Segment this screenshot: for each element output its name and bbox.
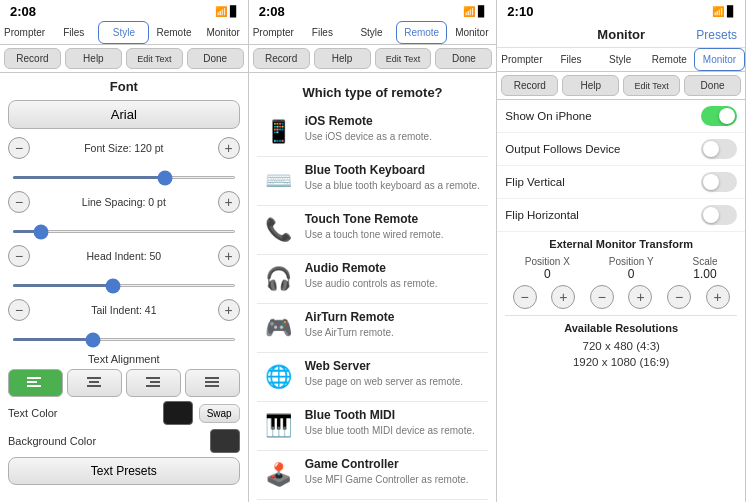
sub-tab-done-3[interactable]: Done: [684, 75, 741, 96]
bg-color-swatch[interactable]: [210, 429, 240, 453]
nav-tab-monitor-1[interactable]: Monitor: [199, 21, 248, 44]
sub-tab-record-1[interactable]: Record: [4, 48, 61, 69]
tail-indent-plus[interactable]: +: [218, 299, 240, 321]
nav-tab-style-1[interactable]: Style: [98, 21, 149, 44]
sub-tab-edittext-1[interactable]: Edit Text: [126, 48, 183, 69]
text-presets-button[interactable]: Text Presets: [8, 457, 240, 485]
sub-tab-edittext-2[interactable]: Edit Text: [375, 48, 432, 69]
list-item[interactable]: 📱 iOS Remote Use iOS device as a remote.: [257, 108, 489, 157]
battery-icon-1: ▊: [230, 6, 238, 17]
sub-tab-record-2[interactable]: Record: [253, 48, 310, 69]
bt-midi-desc: Use blue tooth MIDI device as remote.: [305, 424, 485, 437]
head-indent-slider[interactable]: [12, 284, 236, 287]
list-item[interactable]: 🎧 Audio Remote Use audio controls as rem…: [257, 255, 489, 304]
list-item[interactable]: 📞 Touch Tone Remote Use a touch tone wir…: [257, 206, 489, 255]
svg-rect-9: [205, 377, 219, 379]
font-size-label: Font Size: 120 pt: [34, 142, 214, 154]
bt-midi-icon: 🎹: [261, 408, 297, 444]
output-follows-toggle[interactable]: [701, 139, 737, 159]
nav-tab-style-3[interactable]: Style: [596, 48, 645, 71]
list-item[interactable]: 🌐 Web Server Use page on web server as r…: [257, 353, 489, 402]
svg-rect-8: [146, 385, 160, 387]
scale-plus-button[interactable]: +: [706, 285, 730, 309]
flip-vertical-label: Flip Vertical: [505, 176, 564, 188]
touch-tone-text: Touch Tone Remote Use a touch tone wired…: [305, 212, 485, 241]
ext-cols: Position X 0 Position Y 0 Scale 1.00: [505, 256, 737, 281]
font-size-slider[interactable]: [12, 176, 236, 179]
line-spacing-row: − Line Spacing: 0 pt +: [8, 191, 240, 213]
head-indent-slider-wrap: [8, 273, 240, 291]
nav-tab-remote-3[interactable]: Remote: [645, 48, 694, 71]
status-icons-3: 📶 ▊: [712, 6, 735, 17]
pos-x-minus-button[interactable]: −: [513, 285, 537, 309]
font-selector-button[interactable]: Arial: [8, 100, 240, 129]
pos-y-minus-button[interactable]: −: [590, 285, 614, 309]
line-spacing-minus[interactable]: −: [8, 191, 30, 213]
sub-tab-record-3[interactable]: Record: [501, 75, 558, 96]
nav-tab-files-1[interactable]: Files: [49, 21, 98, 44]
tail-indent-minus[interactable]: −: [8, 299, 30, 321]
game-controller-desc: Use MFI Game Controller as remote.: [305, 473, 485, 486]
show-on-iphone-toggle[interactable]: [701, 106, 737, 126]
line-spacing-slider[interactable]: [12, 230, 236, 233]
remote-panel: 2:08 📶 ▊ Prompter Files Style Remote Mon…: [249, 0, 498, 502]
line-spacing-plus[interactable]: +: [218, 191, 240, 213]
sub-tab-help-1[interactable]: Help: [65, 48, 122, 69]
sub-tab-done-1[interactable]: Done: [187, 48, 244, 69]
bg-color-label: Background Color: [8, 435, 204, 447]
presets-link[interactable]: Presets: [696, 28, 737, 42]
nav-tab-monitor-3[interactable]: Monitor: [694, 48, 745, 71]
sub-tab-help-3[interactable]: Help: [562, 75, 619, 96]
nav-tab-files-2[interactable]: Files: [298, 21, 347, 44]
flip-horizontal-toggle[interactable]: [701, 205, 737, 225]
sub-tab-edittext-3[interactable]: Edit Text: [623, 75, 680, 96]
nav-tab-monitor-2[interactable]: Monitor: [447, 21, 496, 44]
sub-tab-help-2[interactable]: Help: [314, 48, 371, 69]
text-alignment-section: Text Alignment: [8, 353, 240, 397]
style-panel: 2:08 📶 ▊ Prompter Files Style Remote Mon…: [0, 0, 249, 502]
swap-button[interactable]: Swap: [199, 404, 240, 423]
scale-minus-button[interactable]: −: [667, 285, 691, 309]
nav-tab-prompter-3[interactable]: Prompter: [497, 48, 546, 71]
align-left-button[interactable]: [8, 369, 63, 397]
head-indent-minus[interactable]: −: [8, 245, 30, 267]
style-content: Font Arial − Font Size: 120 pt + − Line …: [0, 73, 248, 502]
wifi-icon-1: 📶: [215, 6, 227, 17]
sub-tab-done-2[interactable]: Done: [435, 48, 492, 69]
list-item[interactable]: 🕹️ Game Controller Use MFI Game Controll…: [257, 451, 489, 500]
nav-tab-prompter-2[interactable]: Prompter: [249, 21, 298, 44]
pos-x-plus-button[interactable]: +: [551, 285, 575, 309]
list-item[interactable]: 🎮 AirTurn Remote Use AirTurn remote.: [257, 304, 489, 353]
pos-y-plus-button[interactable]: +: [628, 285, 652, 309]
nav-tab-remote-1[interactable]: Remote: [149, 21, 198, 44]
text-color-swatch[interactable]: [163, 401, 193, 425]
avail-res-title: Available Resolutions: [505, 315, 737, 334]
head-indent-plus[interactable]: +: [218, 245, 240, 267]
tail-indent-label: Tail Indent: 41: [34, 304, 214, 316]
nav-tab-prompter-1[interactable]: Prompter: [0, 21, 49, 44]
nav-tab-remote-2[interactable]: Remote: [396, 21, 447, 44]
tail-indent-slider[interactable]: [12, 338, 236, 341]
touch-tone-desc: Use a touch tone wired remote.: [305, 228, 485, 241]
web-server-desc: Use page on web server as remote.: [305, 375, 485, 388]
nav-tab-style-2[interactable]: Style: [347, 21, 396, 44]
alignment-buttons: [8, 369, 240, 397]
align-center-button[interactable]: [67, 369, 122, 397]
bt-midi-name: Blue Tooth MIDI: [305, 408, 485, 424]
svg-rect-2: [27, 385, 41, 387]
bg-color-row: Background Color: [8, 429, 240, 453]
font-size-minus[interactable]: −: [8, 137, 30, 159]
ios-remote-name: iOS Remote: [305, 114, 485, 130]
pos-x-label: Position X: [525, 256, 570, 267]
ext-transform-title: External Monitor Transform: [505, 238, 737, 250]
svg-rect-11: [205, 385, 219, 387]
align-right-button[interactable]: [126, 369, 181, 397]
wifi-icon-2: 📶: [463, 6, 475, 17]
flip-vertical-toggle[interactable]: [701, 172, 737, 192]
align-justify-button[interactable]: [185, 369, 240, 397]
web-server-text: Web Server Use page on web server as rem…: [305, 359, 485, 388]
font-size-plus[interactable]: +: [218, 137, 240, 159]
list-item[interactable]: 🎹 Blue Tooth MIDI Use blue tooth MIDI de…: [257, 402, 489, 451]
nav-tab-files-3[interactable]: Files: [546, 48, 595, 71]
list-item[interactable]: ⌨️ Blue Tooth Keyboard Use a blue tooth …: [257, 157, 489, 206]
